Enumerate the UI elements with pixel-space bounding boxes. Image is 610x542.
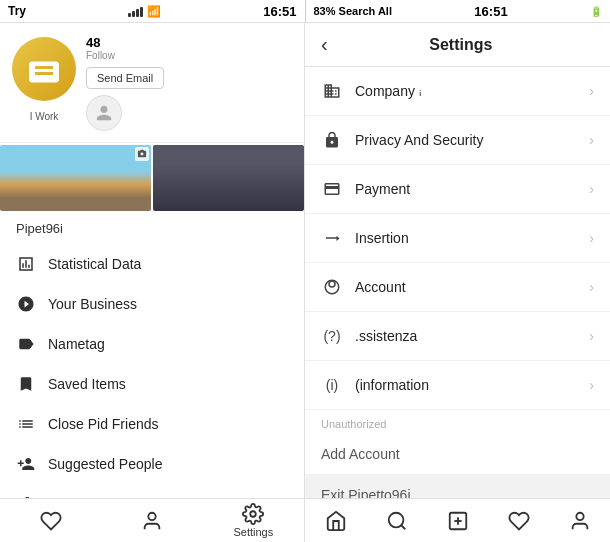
nav-profile-right[interactable] <box>549 506 610 536</box>
company-label: Company ᵢ <box>355 83 422 99</box>
thumb-beach <box>0 145 151 211</box>
avatar <box>12 37 76 101</box>
camera-icon <box>135 147 149 161</box>
signal-icon <box>128 5 143 17</box>
send-email-button[interactable]: Send Email <box>86 67 164 89</box>
nav-profile[interactable] <box>101 506 202 536</box>
nametag-label: Nametag <box>48 336 105 352</box>
nav-search[interactable] <box>366 506 427 536</box>
settings-nav-label: Settings <box>233 526 273 538</box>
settings-item-account[interactable]: Account › <box>305 263 610 312</box>
suggested-icon <box>16 454 36 474</box>
nav-heart[interactable] <box>0 506 101 536</box>
menu-item-suggested[interactable]: Suggested People <box>0 444 304 484</box>
svg-point-1 <box>251 511 257 517</box>
account-icon <box>321 276 343 298</box>
back-button[interactable]: ‹ <box>321 33 328 56</box>
menu-item-statistical[interactable]: Statistical Data <box>0 244 304 284</box>
menu-item-your-business[interactable]: Your Business <box>0 284 304 324</box>
status-bar-right: 83% Search All 16:51 🔋 <box>306 0 611 22</box>
payment-icon <box>321 178 343 200</box>
add-account-item[interactable]: Add Account <box>305 434 610 475</box>
assistenza-icon: (?) <box>321 325 343 347</box>
account-chevron: › <box>589 279 594 295</box>
menu-item-open-facebook[interactable]: f Open Facebook <box>0 484 304 498</box>
privacy-label: Privacy And Security <box>355 132 483 148</box>
settings-item-assistenza[interactable]: (?) .ssistenza › <box>305 312 610 361</box>
assistenza-label: .ssistenza <box>355 328 417 344</box>
profile-info: 48 Follow Send Email <box>76 35 292 131</box>
privacy-chevron: › <box>589 132 594 148</box>
menu-item-saved-items[interactable]: Saved Items <box>0 364 304 404</box>
work-badge: I Work <box>30 105 59 128</box>
nav-home[interactable] <box>305 506 366 536</box>
battery-icon: 🔋 <box>590 6 602 17</box>
right-panel: ‹ Settings Company ᵢ › <box>305 23 610 542</box>
settings-item-insertion[interactable]: Insertion › <box>305 214 610 263</box>
business-icon <box>16 294 36 314</box>
information-chevron: › <box>589 377 594 393</box>
assistenza-chevron: › <box>589 328 594 344</box>
add-account-label: Add Account <box>321 446 400 462</box>
exit-item[interactable]: Exit Pipetto96i <box>305 475 610 498</box>
payment-chevron: › <box>589 181 594 197</box>
svg-point-0 <box>148 512 155 519</box>
settings-list: Company ᵢ › Privacy And Security › <box>305 67 610 498</box>
suggested-label: Suggested People <box>48 456 162 472</box>
settings-item-information[interactable]: (i) (information › <box>305 361 610 410</box>
nav-heart-right[interactable] <box>488 506 549 536</box>
menu-item-nametag[interactable]: Nametag <box>0 324 304 364</box>
follow-label: Follow <box>86 50 115 61</box>
app-name: Try <box>8 4 26 18</box>
svg-point-9 <box>576 512 583 519</box>
business-label: Your Business <box>48 296 137 312</box>
thumb-dark <box>153 145 304 211</box>
profile-area: I Work 48 Follow Send Email <box>0 23 304 143</box>
statistical-label: Statistical Data <box>48 256 141 272</box>
close-pid-label: Close Pid Friends <box>48 416 159 432</box>
company-icon <box>321 80 343 102</box>
search-all-label: 83% Search All <box>314 5 392 17</box>
settings-title: Settings <box>328 36 594 54</box>
nametag-icon <box>16 334 36 354</box>
insertion-chevron: › <box>589 230 594 246</box>
menu-username: Pipet96i <box>0 213 304 240</box>
unauthorized-section: Unauthorized <box>305 410 610 434</box>
information-label: (information <box>355 377 429 393</box>
status-time-right: 16:51 <box>474 4 507 19</box>
settings-item-company[interactable]: Company ᵢ › <box>305 67 610 116</box>
nav-add[interactable] <box>427 506 488 536</box>
insertion-icon <box>321 227 343 249</box>
saved-items-icon <box>16 374 36 394</box>
image-thumbnails <box>0 143 304 213</box>
nav-settings[interactable]: Settings <box>203 499 304 542</box>
settings-item-privacy[interactable]: Privacy And Security › <box>305 116 610 165</box>
menu-item-close-pid[interactable]: Close Pid Friends <box>0 404 304 444</box>
svg-line-5 <box>401 525 405 529</box>
privacy-icon <box>321 129 343 151</box>
payment-label: Payment <box>355 181 410 197</box>
statistical-icon <box>16 254 36 274</box>
settings-header: ‹ Settings <box>305 23 610 67</box>
status-bar-left: Try 📶 16:51 <box>0 0 305 22</box>
settings-item-payment[interactable]: Payment › <box>305 165 610 214</box>
work-label: I Work <box>30 111 59 122</box>
close-pid-icon <box>16 414 36 434</box>
svg-point-4 <box>388 512 403 527</box>
insertion-label: Insertion <box>355 230 409 246</box>
wifi-icon: 📶 <box>147 5 161 18</box>
profile-photo-placeholder <box>86 95 122 131</box>
account-label: Account <box>355 279 406 295</box>
saved-items-label: Saved Items <box>48 376 126 392</box>
unauthorized-label: Unauthorized <box>321 418 386 430</box>
left-menu: Statistical Data Your Business Nametag <box>0 240 304 498</box>
svg-point-2 <box>329 281 335 287</box>
left-panel: I Work 48 Follow Send Email <box>0 23 305 542</box>
follower-count: 48 <box>86 35 115 50</box>
information-icon: (i) <box>321 374 343 396</box>
bottom-nav-left: Settings <box>0 498 304 542</box>
company-chevron: › <box>589 83 594 99</box>
exit-label: Exit Pipetto96i <box>321 487 411 498</box>
bottom-nav-right <box>305 498 610 542</box>
status-time-left: 16:51 <box>263 4 296 19</box>
